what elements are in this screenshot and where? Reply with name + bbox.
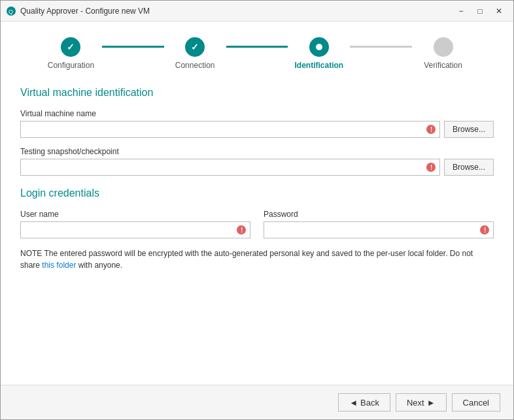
step-verification-label: Verification (424, 61, 462, 70)
step-verification-circle (434, 37, 453, 57)
vm-name-row: ! Browse... (20, 121, 494, 138)
step-identification-label: Identification (295, 61, 344, 70)
svg-text:!: ! (484, 227, 486, 234)
cancel-label: Cancel (463, 398, 489, 408)
window-title: Quality Approver - Configure new VM (20, 7, 452, 16)
vm-name-input[interactable] (20, 121, 440, 138)
vm-name-error-icon: ! (426, 124, 436, 135)
login-credentials-title: Login credentials (20, 187, 494, 199)
username-field: User name ! (20, 210, 250, 238)
step-connection: Connection (164, 37, 226, 70)
vm-identification-title: Virtual machine identification (20, 87, 494, 99)
next-label: Next (407, 398, 424, 408)
snapshot-input-wrapper: ! (20, 159, 440, 176)
password-error-icon: ! (479, 225, 490, 235)
credentials-row: User name ! (20, 210, 494, 238)
connector-2 (226, 46, 288, 48)
title-bar: Q Quality Approver - Configure new VM − … (1, 1, 513, 22)
username-error-icon: ! (236, 225, 247, 235)
app-icon: Q (6, 6, 16, 16)
step-configuration: Configuration (40, 37, 102, 70)
back-chevron-icon: ◄ (349, 398, 358, 408)
snapshot-label: Testing snapshot/checkpoint (20, 147, 494, 156)
next-button[interactable]: Next ► (396, 393, 447, 412)
svg-text:!: ! (241, 227, 243, 234)
connector-3 (350, 46, 412, 48)
password-input[interactable] (264, 221, 494, 238)
snapshot-group: Testing snapshot/checkpoint ! Browse... (20, 147, 494, 176)
step-configuration-label: Configuration (48, 61, 94, 70)
close-button[interactable]: ✕ (490, 3, 508, 19)
note-text: NOTE The entered password will be encryp… (20, 248, 494, 271)
vm-name-browse-button[interactable]: Browse... (444, 121, 494, 138)
snapshot-row: ! Browse... (20, 159, 494, 176)
password-field: Password ! (264, 210, 494, 238)
back-label: Back (360, 398, 379, 408)
step-configuration-circle (61, 37, 80, 57)
note-folder-link[interactable]: this folder (42, 261, 76, 270)
step-connection-circle (185, 37, 205, 57)
step-connection-label: Connection (175, 61, 215, 70)
step-identification: Identification (288, 37, 350, 70)
window-controls: − □ ✕ (452, 3, 508, 19)
main-window: Q Quality Approver - Configure new VM − … (0, 0, 514, 420)
checkmark-icon-2 (191, 42, 199, 52)
note-suffix: with anyone. (76, 261, 122, 270)
step-verification: Verification (412, 37, 474, 70)
active-dot (316, 44, 322, 50)
cancel-button[interactable]: Cancel (452, 393, 500, 412)
checkmark-icon (67, 42, 75, 52)
snapshot-input[interactable] (20, 159, 440, 176)
username-input-wrapper: ! (20, 221, 250, 238)
snapshot-error-icon: ! (426, 162, 436, 172)
vm-name-input-wrapper: ! (20, 121, 440, 138)
password-input-wrapper: ! (264, 221, 494, 238)
svg-text:!: ! (430, 126, 432, 133)
vm-name-group: Virtual machine name ! Browse... (20, 109, 494, 138)
vm-name-label: Virtual machine name (20, 109, 494, 118)
login-credentials-section: Login credentials User name ! (20, 187, 494, 271)
minimize-button[interactable]: − (452, 3, 470, 19)
username-label: User name (20, 210, 250, 219)
footer: ◄ Back Next ► Cancel (1, 385, 513, 419)
username-input[interactable] (20, 221, 250, 238)
stepper: Configuration Connection Identification (1, 22, 513, 80)
step-identification-circle (309, 37, 329, 57)
password-label: Password (264, 210, 494, 219)
maximize-button[interactable]: □ (471, 3, 489, 19)
back-button[interactable]: ◄ Back (338, 393, 390, 412)
window-content: Configuration Connection Identification (1, 22, 513, 419)
svg-text:!: ! (430, 164, 432, 171)
connector-1 (102, 46, 164, 48)
next-chevron-icon: ► (427, 398, 436, 408)
snapshot-browse-button[interactable]: Browse... (444, 159, 494, 176)
svg-text:Q: Q (9, 8, 13, 15)
form-area: Virtual machine identification Virtual m… (1, 80, 513, 385)
